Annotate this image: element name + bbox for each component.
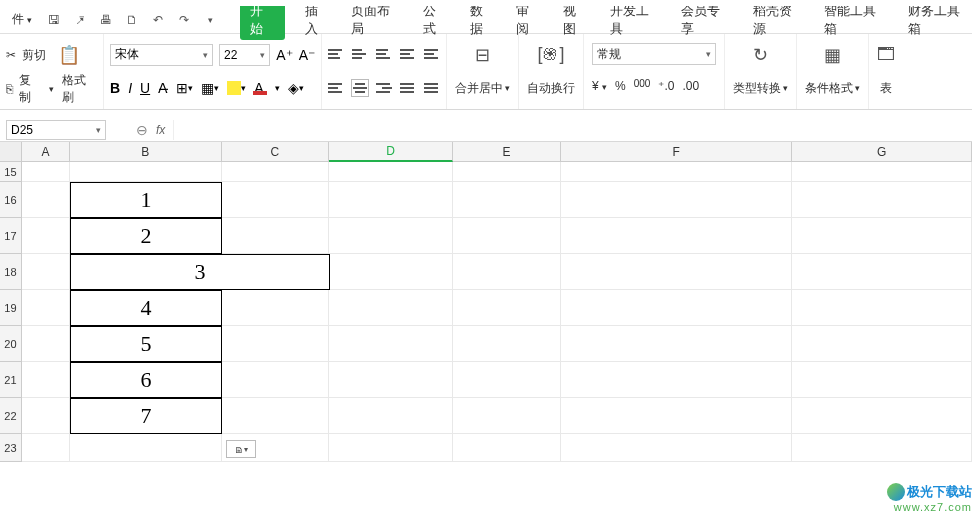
currency-icon[interactable]: ¥ ▾ (592, 79, 607, 93)
cell-b18-merged[interactable]: 3 (70, 254, 330, 290)
cell[interactable] (561, 254, 793, 290)
cell[interactable] (222, 290, 330, 326)
cell[interactable] (329, 290, 453, 326)
italic-button[interactable]: I (128, 80, 132, 96)
cell[interactable] (792, 362, 972, 398)
row-header-17[interactable]: 17 (0, 218, 22, 254)
cell[interactable] (22, 182, 70, 218)
cell[interactable] (222, 182, 330, 218)
font-name-combo[interactable]: 宋体 ▾ (110, 44, 213, 66)
grid-area[interactable]: 15 16 17 18 19 20 21 22 23 1 2 3 4 5 6 7 (0, 162, 972, 462)
cell[interactable] (561, 290, 793, 326)
chevron-down-icon[interactable]: ▾ (49, 84, 54, 94)
magnifier-icon[interactable]: ⊖ (136, 122, 148, 138)
cell[interactable] (792, 182, 972, 218)
cell[interactable] (453, 362, 561, 398)
merge-icon[interactable]: ⊟ (475, 38, 490, 72)
align-middle-icon[interactable] (352, 46, 368, 62)
border-button[interactable]: ⊞▾ (176, 80, 193, 96)
increase-font-icon[interactable]: A⁺ (276, 47, 292, 63)
cell[interactable] (22, 434, 70, 462)
redo-icon[interactable]: ↷ (176, 12, 192, 28)
col-header-b[interactable]: B (70, 142, 222, 162)
row-header-18[interactable]: 18 (0, 254, 22, 290)
cell[interactable] (792, 218, 972, 254)
font-color-button[interactable]: A▾ (254, 80, 280, 96)
cell[interactable] (222, 218, 330, 254)
row-header-19[interactable]: 19 (0, 290, 22, 326)
cell[interactable] (22, 326, 70, 362)
underline-button[interactable]: U (140, 80, 150, 96)
cell[interactable] (561, 362, 793, 398)
cond-format-button[interactable]: 条件格式▾ (805, 72, 860, 106)
cell[interactable] (222, 398, 330, 434)
cell[interactable] (792, 434, 972, 462)
col-header-d[interactable]: D (329, 142, 453, 162)
table-format-button[interactable]: 表 (880, 72, 892, 106)
cell-b17[interactable]: 2 (70, 218, 222, 254)
save-icon[interactable]: 🖫 (46, 12, 62, 28)
number-format-combo[interactable]: 常规 ▾ (592, 43, 716, 65)
cell[interactable] (792, 254, 972, 290)
increase-decimal-icon[interactable]: ⁺.0 (658, 79, 674, 93)
increase-indent-icon[interactable] (424, 46, 440, 62)
cell[interactable] (329, 398, 453, 434)
cell[interactable] (792, 290, 972, 326)
chevron-down-icon[interactable]: ▾ (202, 12, 218, 28)
cell[interactable] (792, 326, 972, 362)
cell[interactable] (453, 218, 561, 254)
cell-b22[interactable]: 7 (70, 398, 222, 434)
col-header-e[interactable]: E (453, 142, 561, 162)
clear-format-button[interactable]: ◈▾ (288, 80, 304, 96)
comma-icon[interactable]: 000 (634, 78, 651, 95)
cell[interactable] (22, 362, 70, 398)
decrease-indent-icon[interactable] (400, 46, 416, 62)
cond-format-icon[interactable]: ▦ (824, 38, 841, 72)
name-box[interactable]: D25 ▾ (6, 120, 106, 140)
cell[interactable] (453, 182, 561, 218)
paste-options-button[interactable]: 🗈▾ (226, 440, 256, 458)
col-header-f[interactable]: F (561, 142, 793, 162)
cell[interactable] (453, 290, 561, 326)
cell[interactable] (222, 162, 330, 182)
decrease-decimal-icon[interactable]: .00 (682, 79, 699, 93)
align-left-icon[interactable] (328, 80, 344, 96)
cell[interactable] (792, 398, 972, 434)
cell[interactable] (70, 434, 222, 462)
col-header-g[interactable]: G (792, 142, 972, 162)
cell[interactable] (792, 162, 972, 182)
cell[interactable] (22, 290, 70, 326)
cell-b20[interactable]: 5 (70, 326, 222, 362)
cell[interactable] (329, 162, 453, 182)
cell[interactable] (561, 162, 793, 182)
fill-color-button[interactable]: ▾ (227, 81, 246, 95)
justify-icon[interactable] (400, 80, 416, 96)
align-center-icon[interactable] (352, 80, 368, 96)
strikethrough-button[interactable]: A̶ (158, 80, 168, 96)
row-header-20[interactable]: 20 (0, 326, 22, 362)
format-painter-label[interactable]: 格式刷 (62, 72, 97, 106)
cell[interactable] (453, 162, 561, 182)
cell[interactable] (70, 162, 222, 182)
row-header-16[interactable]: 16 (0, 182, 22, 218)
cell-b19[interactable]: 4 (70, 290, 222, 326)
type-convert-icon[interactable]: ↻ (753, 38, 768, 72)
cell[interactable] (561, 182, 793, 218)
formula-input[interactable] (173, 120, 972, 140)
cell[interactable] (22, 162, 70, 182)
row-header-22[interactable]: 22 (0, 398, 22, 434)
wrap-icon[interactable]: [֍] (537, 38, 564, 72)
cell[interactable] (453, 434, 561, 462)
bold-button[interactable]: B (110, 80, 120, 96)
wrap-text-button[interactable]: 自动换行 (527, 72, 575, 106)
cell[interactable] (453, 254, 561, 290)
cell[interactable] (561, 434, 793, 462)
merge-center-button[interactable]: 合并居中▾ (455, 72, 510, 106)
print-icon[interactable]: 🖶 (98, 12, 114, 28)
cell[interactable] (329, 182, 453, 218)
undo-icon[interactable]: ↶ (150, 12, 166, 28)
font-size-combo[interactable]: 22 ▾ (219, 44, 270, 66)
decrease-font-icon[interactable]: A⁻ (299, 47, 315, 63)
cell[interactable] (329, 326, 453, 362)
open-icon[interactable]: ⭷ (72, 12, 88, 28)
